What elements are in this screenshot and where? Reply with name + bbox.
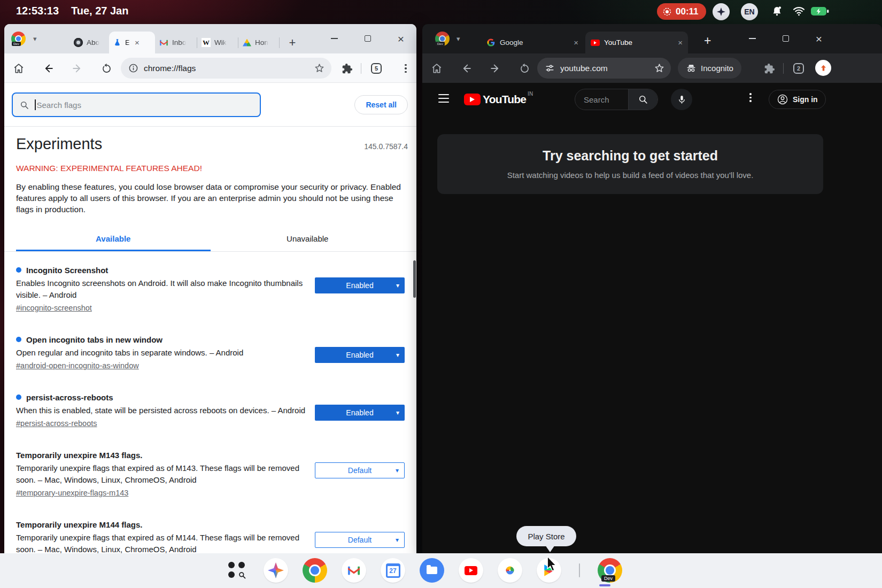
flag-description: Enables Incognito screenshots on Android… (16, 277, 307, 301)
bookmark-star-icon[interactable] (314, 63, 325, 74)
sign-in-label: Sign in (793, 95, 818, 104)
dock-app-photos[interactable] (498, 558, 522, 583)
tab-counter[interactable]: 2 (791, 60, 807, 76)
flags-intro-text: By enabling these features, you could lo… (16, 181, 407, 215)
flag-permalink[interactable]: #temporary-unexpire-flags-m143 (16, 489, 128, 497)
google-g-icon (486, 38, 496, 47)
tab-available[interactable]: Available (16, 229, 211, 251)
page-scrollbar[interactable] (413, 260, 416, 298)
incognito-icon (686, 63, 697, 74)
tab-google[interactable]: Google × (481, 32, 584, 53)
tune-icon[interactable] (545, 63, 555, 73)
profile-avatar-chrome-dev[interactable]: Dev (435, 32, 450, 46)
taskbar-shelf: 27 (0, 553, 882, 588)
reset-all-label: Reset all (366, 100, 397, 109)
flag-state-dropdown[interactable]: Enabled ▾ (315, 277, 405, 293)
dock-app-chrome[interactable] (303, 558, 327, 583)
flag-state-dropdown[interactable]: Default ▾ (315, 462, 405, 478)
extensions-icon[interactable] (339, 60, 355, 76)
address-bar[interactable]: youtube.com (537, 58, 671, 79)
sign-in-button[interactable]: Sign in (769, 90, 826, 109)
back-button[interactable] (458, 60, 474, 76)
minimize-button[interactable] (323, 30, 345, 47)
gemini-icon (268, 562, 284, 578)
home-button[interactable] (11, 60, 27, 76)
close-tab-icon[interactable]: × (574, 38, 578, 47)
reload-button[interactable] (516, 60, 532, 76)
new-tab-button[interactable]: + (285, 35, 300, 50)
dev-badge: Dev (12, 42, 21, 46)
tab-label: YouTube (604, 38, 672, 47)
incognito-label: Incognito (701, 64, 733, 73)
forward-button[interactable] (69, 60, 86, 76)
youtube-search-bar[interactable]: Search (575, 89, 658, 110)
wifi-icon[interactable] (792, 5, 806, 17)
dock-app-gemini[interactable] (264, 558, 288, 583)
gmail-icon (347, 565, 361, 576)
search-flags-input[interactable]: Search flags (12, 92, 261, 117)
address-bar[interactable]: chrome://flags (121, 58, 331, 79)
bookmark-star-icon[interactable] (654, 63, 665, 74)
tab-experiments-active[interactable]: E × (109, 32, 155, 53)
tab-counter[interactable]: 5 (368, 60, 384, 76)
dock-app-calendar[interactable]: 27 (381, 558, 405, 583)
dock-app-gmail[interactable] (342, 558, 366, 583)
flag-permalink[interactable]: #incognito-screenshot (16, 304, 92, 312)
running-app-indicator (599, 584, 610, 586)
tab-wikipedia[interactable]: W Wik (197, 32, 238, 53)
dock-app-youtube[interactable] (459, 558, 483, 583)
tab-drive-home[interactable]: Hon (238, 32, 279, 53)
page-info-icon[interactable] (128, 63, 138, 73)
tab-youtube-active[interactable]: YouTube × (585, 32, 688, 53)
url-text: youtube.com (560, 64, 608, 73)
mouse-cursor (546, 556, 558, 572)
app-launcher-button[interactable] (225, 558, 249, 583)
tab-inbox[interactable]: Inbo (155, 32, 197, 53)
minimize-button[interactable] (741, 30, 763, 47)
chevron-down-icon: ▾ (396, 282, 399, 289)
profile-chevron-down-icon[interactable]: ▾ (33, 35, 37, 43)
reset-all-button[interactable]: Reset all (354, 95, 408, 114)
record-icon (662, 7, 672, 17)
tab-about[interactable]: Abo (69, 32, 109, 53)
browser-menu-icon[interactable] (398, 60, 414, 76)
incognito-badge[interactable]: Incognito (678, 58, 741, 79)
new-tab-button[interactable]: + (704, 34, 711, 48)
battery-icon[interactable] (811, 6, 829, 16)
voice-search-button[interactable] (671, 89, 692, 110)
home-button[interactable] (429, 60, 445, 76)
profile-avatar-chrome-dev[interactable]: Dev (11, 32, 26, 46)
forward-button[interactable] (488, 60, 504, 76)
folder-icon (427, 567, 437, 574)
screen-recording-badge[interactable]: 00:11 (657, 3, 706, 20)
tab-label: Abo (87, 38, 99, 47)
search-button[interactable] (628, 89, 657, 110)
reload-button[interactable] (98, 60, 114, 76)
flag-permalink[interactable]: #persist-across-reboots (16, 419, 97, 428)
flag-permalink[interactable]: #android-open-incognito-as-window (16, 361, 139, 370)
flag-state-dropdown[interactable]: Enabled ▾ (315, 405, 405, 421)
tab-unavailable[interactable]: Unavailable (211, 229, 405, 251)
menu-hamburger-icon[interactable] (438, 94, 449, 103)
maximize-button[interactable] (775, 30, 796, 47)
dock-app-chrome-dev[interactable]: Dev (598, 558, 622, 583)
dock-app-files[interactable] (420, 558, 444, 583)
clock: 12:53:13 (16, 5, 59, 17)
back-button[interactable] (40, 60, 56, 76)
close-tab-icon[interactable]: × (678, 38, 683, 47)
profile-chevron-down-icon[interactable]: ▾ (457, 35, 460, 43)
youtube-menu-icon[interactable] (749, 93, 752, 102)
close-window-button[interactable]: × (808, 30, 830, 47)
notification-bell-icon[interactable] (771, 5, 783, 18)
chevron-down-icon: ▾ (396, 536, 399, 544)
language-indicator[interactable]: EN (741, 3, 758, 20)
flag-state-dropdown[interactable]: Enabled ▾ (315, 347, 405, 363)
update-chrome-icon[interactable] (815, 60, 831, 76)
youtube-logo[interactable]: YouTube IN (464, 92, 533, 106)
close-window-button[interactable]: × (390, 30, 412, 47)
close-tab-icon[interactable]: × (135, 38, 140, 47)
assistant-button[interactable] (713, 3, 730, 20)
flag-state-dropdown[interactable]: Default ▾ (315, 532, 405, 548)
extensions-icon[interactable] (761, 60, 777, 76)
maximize-button[interactable] (357, 30, 378, 47)
